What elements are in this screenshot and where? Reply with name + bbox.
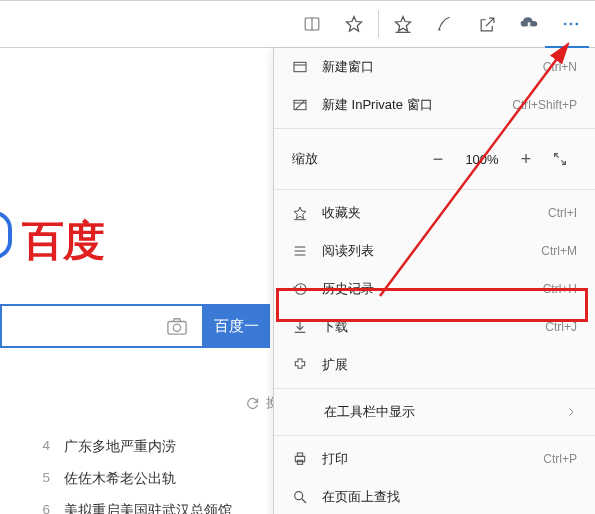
ink-icon[interactable]	[425, 2, 465, 46]
svg-point-7	[564, 23, 567, 26]
history-icon	[292, 281, 308, 297]
more-icon[interactable]	[551, 2, 591, 46]
svg-point-30	[295, 492, 303, 500]
favorites-bar-icon[interactable]	[383, 2, 423, 46]
svg-line-31	[302, 499, 306, 503]
fullscreen-button[interactable]	[543, 142, 577, 176]
news-item[interactable]: 5 佐佐木希老公出轨	[36, 470, 232, 488]
search-bar: 百度一	[0, 304, 270, 348]
svg-point-9	[576, 23, 579, 26]
svg-rect-27	[295, 456, 304, 461]
news-item[interactable]: 4 广东多地严重内涝	[36, 438, 232, 456]
menu-zoom: 缩放 − 100% +	[274, 133, 595, 185]
settings-menu: 新建窗口 Ctrl+N 新建 InPrivate 窗口 Ctrl+Shift+P…	[273, 48, 595, 514]
toolbar-separator	[378, 10, 379, 38]
svg-rect-5	[528, 22, 531, 26]
camera-icon[interactable]	[166, 316, 188, 336]
svg-point-8	[570, 23, 573, 26]
menu-show-in-toolbar[interactable]: 在工具栏中显示	[274, 393, 595, 431]
star-icon	[292, 205, 308, 221]
svg-point-11	[173, 324, 180, 331]
window-icon	[292, 59, 308, 75]
browser-toolbar	[0, 0, 595, 48]
svg-rect-12	[294, 62, 306, 71]
menu-extensions[interactable]: 扩展	[274, 346, 595, 384]
svg-rect-29	[297, 460, 302, 464]
downloads-icon[interactable]	[509, 2, 549, 46]
logo-text: 百度	[22, 217, 104, 264]
menu-downloads[interactable]: 下载 Ctrl+J	[274, 308, 595, 346]
inprivate-icon	[292, 97, 308, 113]
svg-line-16	[295, 100, 304, 109]
svg-rect-28	[297, 453, 302, 456]
favorite-star-icon[interactable]	[334, 2, 374, 46]
svg-rect-10	[168, 321, 186, 334]
svg-marker-6	[526, 27, 533, 30]
search-button[interactable]: 百度一	[202, 304, 270, 348]
svg-marker-19	[294, 207, 306, 219]
menu-divider	[274, 435, 595, 436]
menu-favorites[interactable]: 收藏夹 Ctrl+I	[274, 194, 595, 232]
menu-print[interactable]: 打印 Ctrl+P	[274, 440, 595, 478]
download-icon	[292, 319, 308, 335]
menu-history[interactable]: 历史记录 Ctrl+H	[274, 270, 595, 308]
chevron-right-icon	[565, 406, 577, 418]
menu-divider	[274, 388, 595, 389]
search-icon	[292, 489, 308, 505]
share-icon[interactable]	[467, 2, 507, 46]
baidu-logo: 百度	[0, 213, 82, 269]
svg-marker-2	[347, 17, 362, 32]
news-item[interactable]: 6 美拟重启美国驻武汉总领馆	[36, 502, 232, 514]
reading-view-icon[interactable]	[292, 2, 332, 46]
menu-new-window[interactable]: 新建窗口 Ctrl+N	[274, 48, 595, 86]
menu-new-inprivate[interactable]: 新建 InPrivate 窗口 Ctrl+Shift+P	[274, 86, 595, 124]
zoom-value: 100%	[455, 152, 509, 167]
menu-divider	[274, 189, 595, 190]
menu-divider	[274, 128, 595, 129]
zoom-in-button[interactable]: +	[509, 142, 543, 176]
svg-marker-3	[396, 17, 411, 32]
extension-icon	[292, 357, 308, 373]
print-icon	[292, 451, 308, 467]
reading-list-icon	[292, 243, 308, 259]
menu-reading-list[interactable]: 阅读列表 Ctrl+M	[274, 232, 595, 270]
search-input[interactable]	[0, 304, 202, 348]
menu-find[interactable]: 在页面上查找	[274, 478, 595, 514]
zoom-out-button[interactable]: −	[421, 142, 455, 176]
news-list: 4 广东多地严重内涝 5 佐佐木希老公出轨 6 美拟重启美国驻武汉总领馆	[36, 438, 232, 514]
